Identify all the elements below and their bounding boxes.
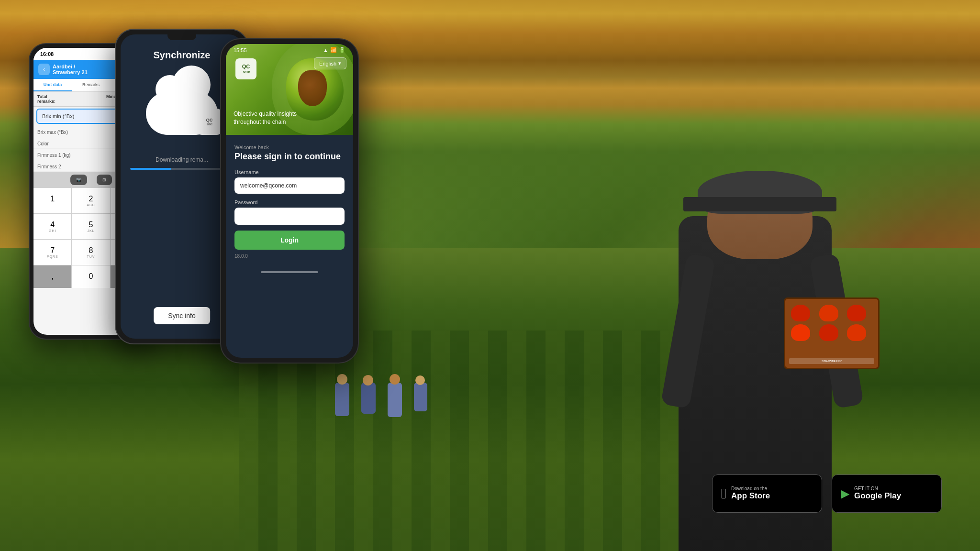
phone3-tagline-line2: throughout the chain: [234, 118, 297, 126]
phone3-tagline: Objective quality insights throughout th…: [234, 110, 297, 126]
phone3-version: 18.0.0: [234, 253, 345, 259]
phone1-key-0[interactable]: 0: [72, 265, 110, 288]
phone2-qc-logo: QC one: [196, 109, 223, 135]
phone3-password-label: Password: [234, 199, 345, 205]
phone3-status-icons: ▲ 📶 🔋: [323, 47, 345, 53]
phone1-camera-icon: 📷: [76, 177, 81, 182]
phone2-cloud-wrapper: QC one: [146, 92, 218, 135]
phone1-scanner-icon: ⊞: [102, 177, 106, 182]
googleplay-badge-text: GET IT ON Google Play: [854, 486, 901, 501]
phone3-login-title: Please sign in to continue: [234, 152, 345, 162]
phone2-notch: [167, 34, 196, 40]
phone1-key-comma[interactable]: ,: [33, 265, 71, 288]
phone1-back-button[interactable]: ‹: [38, 64, 50, 75]
phone3-screen: 15:55 ▲ 📶 🔋: [226, 44, 353, 358]
phone1-scanner-button[interactable]: ⊞: [97, 175, 112, 185]
phone1-key-2[interactable]: 2 ABC: [72, 188, 110, 213]
googleplay-icon: ▶: [841, 487, 849, 500]
phone3-battery-icon: 🔋: [339, 47, 345, 53]
phone1-key-5[interactable]: 5 JKL: [72, 214, 110, 239]
googleplay-main-label: Google Play: [854, 491, 901, 501]
phone2-logo-one: one: [206, 122, 213, 126]
phone3-wifi-icon: 📶: [330, 47, 337, 53]
phone3-signal-icon: ▲: [323, 47, 328, 53]
googleplay-sub-label: GET IT ON: [854, 486, 901, 491]
phone3-logo-one: one: [242, 69, 250, 74]
phone3-logo-qc: QC: [242, 64, 250, 69]
phone1-tab-unitdata[interactable]: Unit data: [33, 79, 72, 91]
phone1-nav-title2: Strawberry 21: [53, 69, 88, 75]
phone1-key-1[interactable]: 1: [33, 188, 71, 213]
phone1-brix-min-label: Brix min (°Bx): [42, 113, 74, 119]
phone3-password-input[interactable]: [234, 208, 345, 225]
phone1-tab-remarks[interactable]: Remarks: [72, 79, 110, 91]
phone3-time: 15:55: [234, 47, 247, 53]
apple-icon: : [721, 485, 726, 502]
phones-container: 16:08 ▪▪▪ 📶 🔋 ‹ Aardbei / Strawberry 21: [29, 29, 402, 411]
scene: STRAWBERRY 16:08 ▪▪▪ 📶 🔋: [0, 0, 980, 551]
phone-login: 15:55 ▲ 📶 🔋: [220, 38, 359, 364]
phone3-username-label: Username: [234, 169, 345, 175]
appstore-badge[interactable]:  Download on the App Store: [712, 474, 822, 513]
phone3-language-arrow: ▾: [338, 60, 341, 66]
phone3-username-value: welcome@qcone.com: [240, 182, 297, 189]
phone1-nav-title1: Aardbei /: [53, 64, 88, 69]
phone3-language-label: English: [319, 61, 336, 66]
phone3-tagline-line1: Objective quality insights: [234, 110, 297, 118]
phone3-hero: 15:55 ▲ 📶 🔋: [226, 44, 353, 135]
phone2-logo-qc: QC: [206, 118, 213, 122]
appstore-main-label: App Store: [731, 491, 770, 501]
phone1-col1-header: Totalremarks:: [37, 94, 106, 104]
appstore-sub-label: Download on the: [731, 486, 770, 491]
phone2-sync-button[interactable]: Sync info: [154, 307, 210, 324]
phone2-progress-bar: [130, 168, 234, 170]
phone3-qc-box: QC one: [235, 58, 256, 79]
phone1-color-label: Color: [37, 141, 49, 146]
phone1-brix-max-label: Brix max (°Bx): [37, 130, 68, 135]
phone3-logo-area: QC one: [235, 58, 256, 79]
phone1-camera-button[interactable]: 📷: [70, 175, 87, 185]
phone3-avocado-seed: [298, 70, 327, 106]
phone3-login-area: Welcome back Please sign in to continue …: [226, 135, 353, 266]
phone1-firmness2-label: Firmness 2: [37, 164, 61, 169]
phone1-key-8[interactable]: 8 TUV: [72, 240, 110, 265]
phone1-time: 16:08: [40, 51, 54, 57]
phone1-firmness1-label: Firmness 1 (kg): [37, 153, 70, 158]
phone3-home-indicator: [261, 271, 318, 273]
phone1-key-4[interactable]: 4 GHI: [33, 214, 71, 239]
phone3-username-input[interactable]: welcome@qcone.com: [234, 177, 345, 194]
phone1-key-7[interactable]: 7 PQRS: [33, 240, 71, 265]
phone3-status-bar: 15:55 ▲ 📶 🔋: [226, 44, 353, 56]
app-store-badges:  Download on the App Store ▶ GET IT ON …: [712, 474, 942, 513]
phone2-progress-fill: [130, 168, 171, 170]
appstore-badge-text: Download on the App Store: [731, 486, 770, 501]
phone3-login-button[interactable]: Login: [234, 231, 345, 250]
phone3-language-button[interactable]: English ▾: [314, 57, 346, 69]
googleplay-badge[interactable]: ▶ GET IT ON Google Play: [832, 474, 942, 513]
phone3-welcome-text: Welcome back: [234, 144, 345, 150]
